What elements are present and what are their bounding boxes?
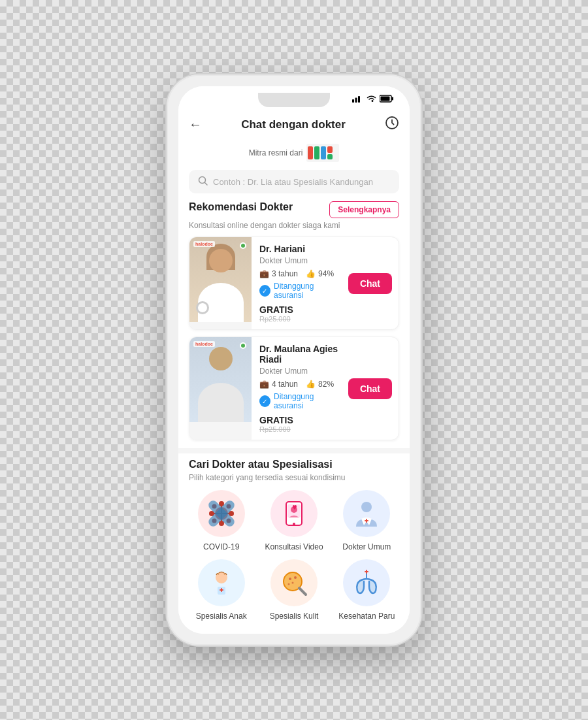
cari-dokter-subtitle: Pilih kategori yang tersedia sesuai kond… [189, 473, 399, 482]
price-section-2: GRATIS Rp25.000 [259, 415, 342, 433]
svg-rect-48 [366, 570, 367, 574]
insurance-text-2: Ditanggung asuransi [274, 392, 342, 410]
svg-rect-9 [314, 146, 319, 159]
rekomendasi-subtitle: Konsultasi online dengan dokter siaga ka… [189, 221, 399, 230]
video-icon-wrap [270, 490, 318, 537]
svg-point-44 [291, 582, 293, 584]
experience-value-2: 4 tahun [272, 380, 298, 389]
anak-icon-wrap [198, 559, 245, 606]
online-indicator-2 [240, 342, 246, 349]
category-anak-label: Spesialis Anak [196, 612, 247, 621]
head-2 [209, 347, 233, 370]
svg-point-45 [287, 583, 289, 585]
category-paru-label: Kesehatan Paru [338, 612, 395, 621]
phone-screen: 21.50 [178, 86, 410, 634]
experience-value-1: 3 tahun [272, 269, 298, 278]
doctor-1-stats: 💼 3 tahun 👍 94% [259, 269, 342, 278]
rating-stat-2: 👍 82% [306, 380, 334, 389]
signal-icon [352, 95, 363, 105]
body-2 [198, 383, 244, 422]
status-bar: 21.50 [178, 86, 410, 109]
category-covid[interactable]: COVID-19 [189, 490, 253, 551]
search-placeholder-text: Contoh : Dr. Lia atau Spesialis Kandunga… [213, 177, 373, 187]
svg-rect-1 [355, 98, 357, 103]
insurance-icon-2: ✓ [259, 395, 270, 407]
svg-point-32 [293, 523, 295, 525]
rating-value-2: 82% [318, 380, 334, 389]
partner-logo [306, 144, 339, 162]
briefcase-icon-1: 💼 [259, 269, 269, 278]
category-dokter[interactable]: Dokter Umum [335, 490, 399, 551]
cari-dokter-title: Cari Dokter atau Spesialisasi [189, 459, 399, 470]
experience-stat-2: 💼 4 tahun [259, 380, 298, 389]
price-free-2: GRATIS [259, 415, 342, 425]
svg-point-42 [289, 578, 291, 580]
svg-rect-35 [366, 519, 367, 523]
experience-stat-1: 💼 3 tahun [259, 269, 298, 278]
doctor-card-2-row: halodoc Dr. Maulana Agies Riadi Dokter U… [189, 337, 399, 440]
chat-button-1[interactable]: Chat [348, 273, 392, 294]
chat-button-2[interactable]: Chat [348, 378, 392, 399]
price-free-1: GRATIS [259, 304, 342, 315]
covid-icon-wrap [198, 490, 245, 537]
wifi-icon [367, 95, 376, 105]
bottom-spacer [178, 621, 410, 634]
doctor-1-image: halodoc [189, 237, 252, 329]
doctor-2-name: Dr. Maulana Agies Riadi [259, 344, 342, 365]
rating-value-1: 94% [318, 269, 334, 278]
brand-watermark-1: halodoc [193, 241, 215, 247]
doctor-1-name: Dr. Hariani [259, 244, 342, 254]
price-original-2: Rp25.000 [259, 425, 342, 433]
svg-rect-39 [221, 588, 222, 592]
rekomendasi-header: Rekomendasi Dokter Selengkapnya [189, 201, 399, 218]
doctor-1-info: Dr. Hariani Dokter Umum 💼 3 tahun 👍 94% [252, 237, 348, 329]
history-button[interactable] [385, 116, 399, 133]
paru-icon-wrap [343, 559, 390, 606]
selengkapnya-button[interactable]: Selengkapnya [329, 201, 399, 218]
category-video-label: Konsultasi Video [265, 542, 323, 551]
kulit-icon-wrap [270, 559, 318, 606]
price-section-1: GRATIS Rp25.000 [259, 304, 342, 323]
doctor-2-specialty: Dokter Umum [259, 367, 342, 376]
doctor-2-image: halodoc [189, 337, 252, 440]
svg-rect-8 [308, 146, 313, 159]
rekomendasi-section: Rekomendasi Dokter Selengkapnya Konsulta… [178, 201, 410, 440]
svg-line-46 [299, 588, 306, 595]
app-content: ← Chat dengan dokter Mitra resmi dari [178, 109, 410, 634]
category-paru[interactable]: Kesehatan Paru [335, 559, 399, 621]
insurance-badge-1: ✓ Ditanggung asuransi [259, 282, 342, 300]
doctor-card-2: halodoc Dr. Maulana Agies Riadi Dokter U… [189, 336, 399, 440]
status-icons [352, 95, 394, 105]
specialization-section: Cari Dokter atau Spesialisasi Pilih kate… [178, 459, 410, 621]
price-original-1: Rp25.000 [259, 315, 342, 323]
doctor-2-info: Dr. Maulana Agies Riadi Dokter Umum 💼 4 … [252, 337, 348, 440]
rating-stat-1: 👍 94% [306, 269, 334, 278]
thumb-icon-1: 👍 [306, 269, 316, 278]
svg-rect-11 [327, 146, 333, 153]
doctor-1-specialty: Dokter Umum [259, 256, 342, 265]
svg-point-33 [361, 502, 372, 512]
search-bar[interactable]: Contoh : Dr. Lia atau Spesialis Kandunga… [189, 170, 399, 193]
svg-line-14 [205, 183, 208, 186]
category-grid: COVID-19 [189, 490, 399, 621]
category-anak[interactable]: Spesialis Anak [189, 559, 253, 621]
category-kulit[interactable]: Spesialis Kulit [261, 559, 326, 621]
rekomendasi-title: Rekomendasi Dokter [189, 201, 293, 213]
rekomendasi-header-left: Rekomendasi Dokter [189, 201, 293, 213]
svg-rect-4 [391, 97, 393, 101]
svg-rect-0 [352, 99, 354, 103]
doctor-card-1: halodoc Dr. Hariani Dokter Umum 💼 3 tahu… [189, 237, 399, 330]
section-divider [178, 448, 410, 453]
back-button[interactable]: ← [189, 117, 202, 132]
search-icon [198, 176, 208, 188]
svg-rect-12 [327, 154, 333, 159]
category-kulit-label: Spesialis Kulit [270, 612, 319, 621]
category-covid-label: COVID-19 [203, 542, 239, 551]
brand-watermark-2: halodoc [193, 341, 215, 347]
insurance-badge-2: ✓ Ditanggung asuransi [259, 392, 342, 410]
svg-rect-2 [358, 96, 360, 103]
svg-point-43 [294, 576, 297, 579]
category-video[interactable]: Konsultasi Video [261, 490, 326, 551]
svg-rect-10 [321, 146, 326, 159]
svg-rect-5 [380, 97, 389, 101]
